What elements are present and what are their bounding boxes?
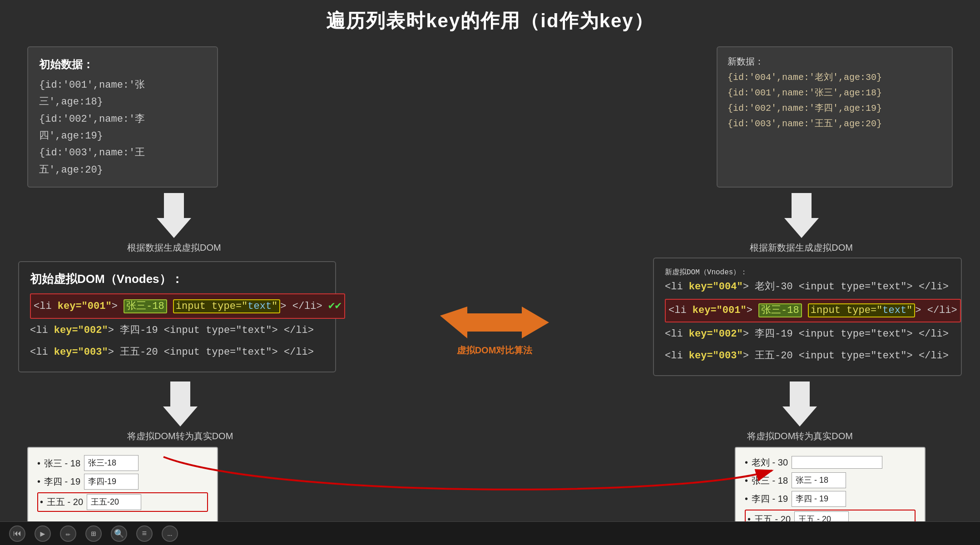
initial-data-title: 初始数据：	[39, 55, 206, 74]
vdom-line-001: <li key="001"> 张三-18 input type="text"> …	[30, 293, 324, 319]
main-title: 遍历列表时key的作用（id作为key）	[0, 0, 980, 38]
new-data-line-3: {id:'002',name:'李四',age:19}	[728, 101, 942, 116]
left-arrow-down-1: 根据数据生成虚拟DOM	[127, 193, 221, 254]
new-data-line-4: {id:'003',name:'王五',age:20}	[728, 116, 942, 132]
double-arrow-svg	[440, 304, 549, 341]
new-data-line-2: {id:'001',name:'张三',age:18}	[728, 85, 942, 101]
new-vdom-box: 新虚拟DOM（Vnodes）： <li key="004"> 老刘-30 <in…	[653, 258, 962, 376]
initial-data-line-3: {id:'003',name:'王五',age:20}	[39, 144, 206, 178]
initial-data-box: 初始数据： {id:'001',name:'张三',age:18} {id:'0…	[27, 46, 218, 188]
new-real-dom-item-1: • 老刘 - 30	[745, 455, 916, 470]
real-dom-item-3: • 王五 - 20 王五-20	[37, 492, 208, 512]
new-real-dom-item-3: • 李四 - 19 李四 - 19	[745, 491, 916, 507]
new-data-box: 新数据： {id:'004',name:'老刘',age:30} {id:'00…	[717, 46, 953, 188]
new-data-line-1: {id:'004',name:'老刘',age:30}	[728, 70, 942, 85]
vdom-new-line-003: <li key="003"> 王五-20 <input type="text">…	[665, 346, 950, 366]
right-arrow-down-2: 将虚拟DOM转为真实DOM	[747, 382, 853, 442]
new-vdom-title: 新虚拟DOM（Vnodes）：	[665, 268, 950, 277]
real-dom-item-1: • 张三 - 18 张三-18	[37, 455, 208, 471]
vdom-new-line-002: <li key="002"> 李四-19 <input type="text">…	[665, 324, 950, 344]
real-dom-item-2: • 李四 - 19 李四-19	[37, 474, 208, 490]
svg-marker-0	[440, 307, 549, 338]
vdom-line-002: <li key="002"> 李四-19 <input type="text">…	[30, 321, 324, 341]
toolbar-btn-3[interactable]: ✏	[60, 525, 76, 542]
toolbar-btn-1[interactable]: ⏮	[9, 525, 25, 542]
initial-data-line-2: {id:'002',name:'李四',age:19}	[39, 111, 206, 145]
vdom-new-line-004: <li key="004"> 老刘-30 <input type="text">…	[665, 277, 950, 297]
initial-data-line-1: {id:'001',name:'张三',age:18}	[39, 77, 206, 111]
toolbar-btn-6[interactable]: ≡	[136, 525, 153, 542]
left-arrow-down-2: 将虚拟DOM转为真实DOM	[127, 382, 233, 442]
bottom-toolbar: ⏮ ▶ ✏ ⊞ 🔍 ≡ …	[0, 521, 980, 545]
new-data-title: 新数据：	[728, 54, 942, 70]
diff-algorithm-arrow: 虚拟DOM对比算法	[440, 304, 549, 357]
initial-vdom-title: 初始虚拟DOM（Vnodes）：	[30, 271, 324, 287]
new-real-dom-item-2: • 张三 - 18 张三 - 18	[745, 472, 916, 488]
toolbar-btn-7[interactable]: …	[162, 525, 178, 542]
toolbar-btn-5[interactable]: 🔍	[111, 525, 127, 542]
toolbar-btn-4[interactable]: ⊞	[85, 525, 102, 542]
vdom-line-003: <li key="003"> 王五-20 <input type="text">…	[30, 342, 324, 362]
vdom-new-line-001: <li key="001"> 张三-18 input type="text"> …	[665, 299, 950, 322]
right-arrow-down-1: 根据新数据生成虚拟DOM	[750, 193, 853, 254]
initial-vdom-box: 初始虚拟DOM（Vnodes）： <li key="001"> 张三-18 in…	[18, 261, 336, 372]
toolbar-btn-2[interactable]: ▶	[35, 525, 51, 542]
